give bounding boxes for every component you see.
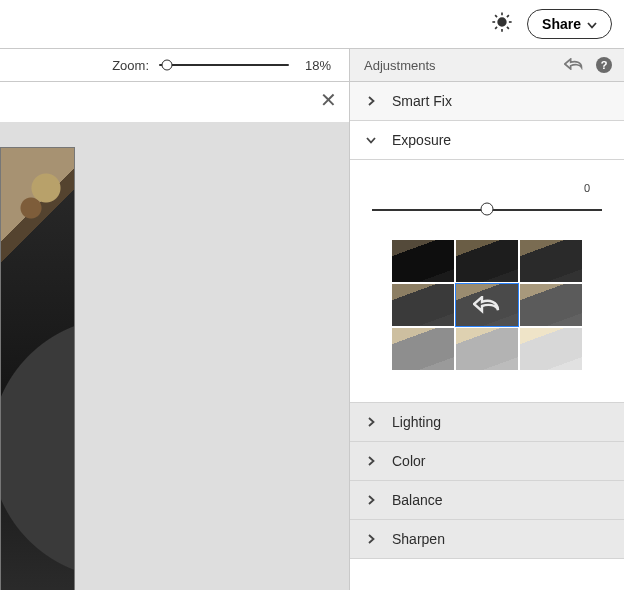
section-smart-fix: Smart Fix bbox=[350, 82, 624, 121]
share-label: Share bbox=[542, 16, 581, 32]
section-head-balance[interactable]: Balance bbox=[350, 481, 624, 520]
exposure-preset[interactable] bbox=[392, 328, 454, 370]
zoom-slider-thumb[interactable] bbox=[161, 60, 172, 71]
section-title-sharpen: Sharpen bbox=[392, 531, 445, 547]
undo-icon[interactable] bbox=[564, 56, 584, 74]
section-color: Color bbox=[350, 442, 624, 481]
canvas-column: ✕ bbox=[0, 82, 349, 590]
exposure-preset-reset[interactable] bbox=[456, 284, 518, 326]
photo-preview bbox=[0, 147, 75, 590]
brightness-icon[interactable] bbox=[491, 11, 513, 37]
exposure-preset[interactable] bbox=[456, 240, 518, 282]
section-head-color[interactable]: Color bbox=[350, 442, 624, 481]
chevron-down-icon bbox=[362, 135, 380, 145]
svg-line-5 bbox=[495, 15, 497, 17]
canvas-shelf: ✕ bbox=[0, 82, 349, 122]
section-title-smart-fix: Smart Fix bbox=[392, 93, 452, 109]
zoom-slider[interactable] bbox=[159, 64, 289, 66]
sub-toolbar: Zoom: 18% Adjustments ? bbox=[0, 48, 624, 82]
zoom-controls: Zoom: 18% bbox=[0, 49, 349, 81]
chevron-right-icon bbox=[362, 534, 380, 544]
exposure-slider[interactable] bbox=[372, 202, 602, 216]
adjustments-title: Adjustments bbox=[364, 58, 436, 73]
zoom-value: 18% bbox=[301, 58, 331, 73]
exposure-preset[interactable] bbox=[392, 240, 454, 282]
close-icon[interactable]: ✕ bbox=[320, 90, 337, 122]
exposure-slider-thumb[interactable] bbox=[481, 203, 494, 216]
section-title-exposure: Exposure bbox=[392, 132, 451, 148]
section-balance: Balance bbox=[350, 481, 624, 520]
adjustments-panel: Smart Fix Exposure 0 bbox=[349, 82, 624, 590]
section-head-exposure[interactable]: Exposure bbox=[350, 121, 624, 160]
help-icon[interactable]: ? bbox=[596, 57, 612, 73]
exposure-preset[interactable] bbox=[520, 328, 582, 370]
top-toolbar: Share bbox=[0, 0, 624, 48]
section-sharpen: Sharpen bbox=[350, 520, 624, 559]
section-title-lighting: Lighting bbox=[392, 414, 441, 430]
section-exposure: Exposure 0 bbox=[350, 121, 624, 403]
svg-line-6 bbox=[507, 26, 509, 28]
main-area: ✕ Smart Fix Exposure 0 bbox=[0, 82, 624, 590]
chevron-right-icon bbox=[362, 417, 380, 427]
svg-line-8 bbox=[507, 15, 509, 17]
exposure-preset[interactable] bbox=[520, 284, 582, 326]
section-head-smart-fix[interactable]: Smart Fix bbox=[350, 82, 624, 121]
chevron-down-icon bbox=[587, 16, 597, 32]
chevron-right-icon bbox=[362, 456, 380, 466]
share-button[interactable]: Share bbox=[527, 9, 612, 39]
svg-point-0 bbox=[498, 18, 506, 26]
section-head-sharpen[interactable]: Sharpen bbox=[350, 520, 624, 559]
exposure-value: 0 bbox=[368, 182, 606, 194]
section-title-balance: Balance bbox=[392, 492, 443, 508]
section-lighting: Lighting bbox=[350, 403, 624, 442]
section-title-color: Color bbox=[392, 453, 425, 469]
svg-line-7 bbox=[495, 26, 497, 28]
image-canvas[interactable] bbox=[0, 122, 349, 590]
exposure-body: 0 bbox=[350, 160, 624, 403]
chevron-right-icon bbox=[362, 495, 380, 505]
reset-icon bbox=[456, 284, 518, 326]
exposure-preset[interactable] bbox=[456, 328, 518, 370]
adjustments-header: Adjustments ? bbox=[349, 49, 624, 81]
exposure-presets bbox=[368, 240, 606, 370]
zoom-label: Zoom: bbox=[112, 58, 149, 73]
exposure-preset[interactable] bbox=[392, 284, 454, 326]
chevron-right-icon bbox=[362, 96, 380, 106]
section-head-lighting[interactable]: Lighting bbox=[350, 403, 624, 442]
exposure-preset[interactable] bbox=[520, 240, 582, 282]
